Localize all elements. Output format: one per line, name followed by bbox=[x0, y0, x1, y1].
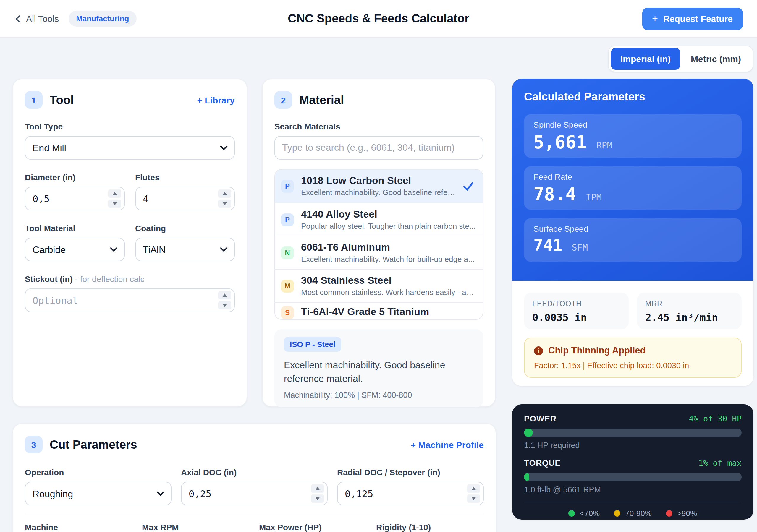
step-3-badge: 3 bbox=[25, 436, 43, 453]
library-link[interactable]: + Library bbox=[197, 95, 235, 105]
torque-progress-track bbox=[524, 473, 742, 481]
red-dot-icon bbox=[666, 510, 672, 517]
stickout-label: Stickout (in) - for deflection calc bbox=[25, 274, 235, 284]
stepper-down-icon[interactable] bbox=[218, 301, 231, 310]
stepper-up-icon[interactable] bbox=[218, 190, 231, 198]
request-feature-label: Request Feature bbox=[663, 14, 733, 24]
stepper-up-icon[interactable] bbox=[218, 291, 231, 299]
feed-rate-unit: IPM bbox=[586, 192, 602, 203]
tool-type-select[interactable]: End Mill bbox=[25, 136, 235, 160]
iso-group-label-badge: ISO P - Steel bbox=[284, 337, 341, 352]
mrr-stat: MRR 2.45 in³/min bbox=[637, 293, 742, 329]
material-list[interactable]: P 1018 Low Carbon Steel Excellent machin… bbox=[274, 169, 483, 320]
stepper-down-icon[interactable] bbox=[218, 199, 231, 208]
stickout-stepper bbox=[218, 291, 231, 310]
material-desc: Excellent machinability. Good baseline r… bbox=[301, 188, 455, 197]
material-info-desc: Excellent machinability. Good baseline r… bbox=[284, 358, 474, 386]
iso-group-badge: S bbox=[281, 306, 294, 319]
machine-label: Machine bbox=[25, 522, 133, 532]
chip-thinning-title: Chip Thinning Applied bbox=[548, 345, 646, 356]
machine-settings-row: Machine Max RPM Max Power (HP) Rigidity … bbox=[25, 514, 484, 532]
max-rpm-label: Max RPM bbox=[142, 522, 250, 532]
operation-label: Operation bbox=[25, 468, 171, 477]
unit-metric-button[interactable]: Metric (mm) bbox=[681, 48, 750, 70]
stepper-up-icon[interactable] bbox=[467, 485, 480, 493]
coating-select[interactable]: TiAlN bbox=[135, 238, 235, 261]
mrr-label: MRR bbox=[645, 300, 733, 308]
material-row-304-stainless[interactable]: M 304 Stainless Steel Most common stainl… bbox=[275, 269, 483, 302]
torque-label: TORQUE bbox=[524, 458, 560, 468]
feed-per-tooth-label: FEED/TOOTH bbox=[532, 300, 621, 308]
check-icon bbox=[463, 180, 474, 192]
info-circle-icon: i bbox=[534, 346, 543, 355]
feed-rate-label: Feed Rate bbox=[533, 172, 732, 182]
torque-status: 1% of max bbox=[698, 458, 742, 468]
power-note: 1.1 HP required bbox=[524, 441, 742, 450]
radial-doc-label: Radial DOC / Stepover (in) bbox=[337, 468, 484, 477]
cut-parameters-title: Cut Parameters bbox=[50, 438, 137, 451]
stepper-down-icon[interactable] bbox=[108, 199, 121, 208]
diameter-label: Diameter (in) bbox=[25, 173, 125, 182]
material-row-6061-aluminum[interactable]: N 6061-T6 Aluminum Excellent machinabili… bbox=[275, 236, 483, 269]
legend-item-ok: <70% bbox=[569, 509, 600, 518]
unit-imperial-button[interactable]: Imperial (in) bbox=[611, 48, 680, 70]
torque-gauge: TORQUE 1% of max 1.0 ft-lb @ 5661 RPM bbox=[524, 458, 742, 494]
spindle-speed-label: Spindle Speed bbox=[533, 120, 732, 130]
green-dot-icon bbox=[569, 510, 575, 517]
stepper-down-icon[interactable] bbox=[467, 494, 480, 503]
iso-group-badge: P bbox=[281, 180, 294, 193]
stepper-up-icon[interactable] bbox=[311, 485, 324, 493]
spindle-speed-value: 5,661 bbox=[533, 132, 587, 153]
operation-select[interactable]: Roughing bbox=[25, 482, 171, 505]
stepper-up-icon[interactable] bbox=[108, 190, 121, 198]
material-card-title: Material bbox=[299, 93, 344, 107]
iso-group-badge: N bbox=[281, 246, 294, 259]
power-label: POWER bbox=[524, 414, 557, 423]
radial-doc-input[interactable] bbox=[337, 482, 484, 505]
step-1-badge: 1 bbox=[25, 91, 43, 109]
unit-toggle: Imperial (in) Metric (mm) bbox=[608, 45, 753, 72]
radial-doc-stepper bbox=[467, 485, 480, 503]
material-row-ti6al4v-titanium[interactable]: S Ti-6Al-4V Grade 5 Titanium bbox=[275, 302, 483, 320]
rigidity-label: Rigidity (1-10) bbox=[376, 522, 484, 532]
machine-profile-link[interactable]: + Machine Profile bbox=[410, 439, 484, 450]
stickout-input[interactable] bbox=[25, 288, 235, 312]
power-progress-track bbox=[524, 429, 742, 437]
surface-speed-value: 741 bbox=[533, 236, 562, 254]
secondary-results: FEED/TOOTH 0.0035 in MRR 2.45 in³/min i … bbox=[512, 281, 753, 386]
legend-item-danger: >90% bbox=[666, 509, 697, 518]
torque-note: 1.0 ft-lb @ 5661 RPM bbox=[524, 485, 742, 494]
legend-label: 70-90% bbox=[625, 509, 652, 518]
material-desc: Excellent machinability. Watch for built… bbox=[301, 254, 477, 264]
iso-group-badge: P bbox=[281, 213, 294, 226]
cut-parameters-header: 3 Cut Parameters + Machine Profile bbox=[25, 436, 484, 453]
tool-card-header: 1 Tool + Library bbox=[25, 91, 235, 109]
power-torque-panel: POWER 4% of 30 HP 1.1 HP required TORQUE… bbox=[512, 404, 753, 519]
back-to-all-tools-link[interactable]: All Tools bbox=[14, 14, 59, 24]
material-name: 4140 Alloy Steel bbox=[301, 208, 477, 220]
power-status: 4% of 30 HP bbox=[689, 414, 742, 423]
surface-speed-unit: SFM bbox=[572, 242, 588, 253]
material-search-input[interactable] bbox=[274, 136, 483, 160]
feed-per-tooth-stat: FEED/TOOTH 0.0035 in bbox=[524, 293, 629, 329]
mrr-value: 2.45 in³/min bbox=[645, 311, 733, 323]
material-row-1018-steel[interactable]: P 1018 Low Carbon Steel Excellent machin… bbox=[275, 170, 483, 203]
diameter-stepper bbox=[108, 190, 121, 208]
max-power-label: Max Power (HP) bbox=[259, 522, 367, 532]
material-info-box: ISO P - Steel Excellent machinability. G… bbox=[274, 329, 483, 408]
power-gauge: POWER 4% of 30 HP 1.1 HP required bbox=[524, 414, 742, 450]
material-card: 2 Material Search Materials P 1018 Low C… bbox=[262, 79, 496, 407]
category-badge: Manufacturing bbox=[68, 11, 136, 27]
material-row-4140-steel[interactable]: P 4140 Alloy Steel Popular alloy steel. … bbox=[275, 203, 483, 236]
chevron-left-icon bbox=[14, 15, 22, 23]
legend-item-warn: 70-90% bbox=[614, 509, 652, 518]
legend-label: <70% bbox=[580, 509, 600, 518]
axial-doc-input[interactable] bbox=[181, 482, 328, 505]
request-feature-button[interactable]: + Request Feature bbox=[642, 7, 743, 30]
legend-divider bbox=[524, 502, 742, 502]
iso-group-badge: M bbox=[281, 279, 294, 292]
power-progress-fill bbox=[524, 429, 532, 437]
tool-material-select[interactable]: Carbide bbox=[25, 238, 125, 261]
stepper-down-icon[interactable] bbox=[311, 494, 324, 503]
spindle-speed-stat: Spindle Speed 5,661 RPM bbox=[524, 114, 742, 158]
